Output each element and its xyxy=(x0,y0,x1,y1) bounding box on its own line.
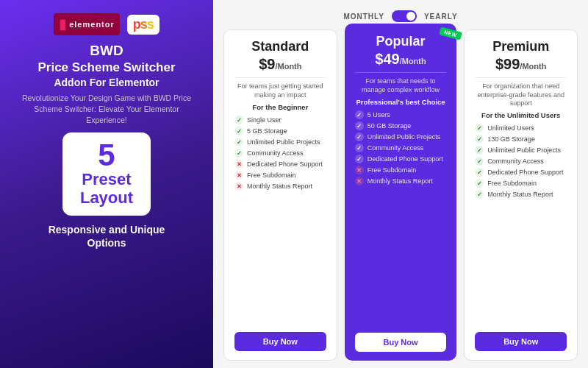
standard-buy-button[interactable]: Buy Now xyxy=(234,332,326,351)
popular-price: $49/Month xyxy=(355,51,447,68)
list-item: ✓130 GB Storage xyxy=(475,135,567,144)
elementor-text: elementor xyxy=(69,20,115,29)
premium-plan-name: Premium xyxy=(475,39,567,54)
list-item: ✕Monthly Status Report xyxy=(355,177,447,185)
feature-text: Free Subdomain xyxy=(247,171,296,179)
popular-desc: For teams that needs to manage complex w… xyxy=(355,77,447,95)
premium-period: /Month xyxy=(520,62,546,71)
premium-buy-button[interactable]: Buy Now xyxy=(475,332,567,351)
check-icon: ✓ xyxy=(234,116,243,124)
list-item: ✕Free Subdomain xyxy=(355,166,447,174)
preset-box: 5 PresetLayout xyxy=(62,132,151,215)
list-item: ✓Free Subdomain xyxy=(475,179,567,188)
left-panel: ▮ elementor pss BWD Price Scheme Switche… xyxy=(0,0,213,368)
premium-amount: $99 xyxy=(495,56,520,72)
logos-row: ▮ elementor pss xyxy=(54,13,159,35)
feature-text: Unlimited Public Projects xyxy=(368,133,441,141)
feature-text: 5 GB Storage xyxy=(247,127,287,135)
yearly-label: YEARLY xyxy=(424,13,458,21)
feature-text: Free Subdomain xyxy=(368,166,417,174)
check-icon: ✓ xyxy=(475,190,484,199)
check-icon: ✓ xyxy=(475,124,484,132)
list-item: ✓Single User xyxy=(234,116,326,124)
feature-text: Monthly Status Report xyxy=(487,191,553,198)
feature-text: Monthly Status Report xyxy=(368,177,433,185)
check-icon: ✓ xyxy=(234,149,243,158)
premium-desc: For organization that need enterprise-gr… xyxy=(475,82,567,108)
feature-text: 130 GB Storage xyxy=(487,135,535,143)
billing-toggle[interactable] xyxy=(392,10,417,22)
list-item: ✓Community Access xyxy=(355,144,447,152)
check-icon: ✓ xyxy=(355,144,364,152)
premium-price: $99/Month xyxy=(475,56,567,73)
feature-text: Dedicated Phone Support xyxy=(247,160,323,168)
cross-icon: ✕ xyxy=(355,166,364,174)
plan-card-standard: Standard $9/Month For teams just getting… xyxy=(223,29,337,361)
feature-text: Unlimited Users xyxy=(487,124,534,132)
standard-features: ✓Single User ✓5 GB Storage ✓Unlimited Pu… xyxy=(234,116,326,325)
check-icon: ✓ xyxy=(355,121,364,130)
bwd-title: BWD xyxy=(90,43,123,59)
premium-divider xyxy=(475,77,567,78)
popular-plan-name: Popular xyxy=(355,34,447,49)
list-item: ✓Unlimited Users xyxy=(475,124,567,132)
feature-text: Dedicated Phone Support xyxy=(368,155,443,163)
list-item: ✓5 Users xyxy=(355,110,447,119)
elementor-e: ▮ xyxy=(59,16,66,32)
list-item: ✓Community Access xyxy=(475,157,567,166)
preset-number: 5 xyxy=(80,140,133,171)
pss-s1: s xyxy=(140,17,147,32)
list-item: ✕Dedicated Phone Support xyxy=(234,160,326,169)
plan-card-premium: Premium $99/Month For organization that … xyxy=(464,29,578,361)
pss-logo: pss xyxy=(127,15,159,35)
feature-text: Dedicated Phone Support xyxy=(487,169,563,176)
check-icon: ✓ xyxy=(355,110,364,119)
cross-icon: ✕ xyxy=(355,177,364,185)
list-item: ✓50 GB Storage xyxy=(355,121,447,130)
feature-text: 50 GB Storage xyxy=(368,122,412,130)
preset-label: PresetLayout xyxy=(80,171,133,206)
toggle-row: MONTHLY YEARLY xyxy=(223,10,578,22)
standard-period: /Month xyxy=(275,62,301,71)
popular-buy-button[interactable]: Buy Now xyxy=(355,333,447,352)
standard-divider xyxy=(234,77,326,78)
feature-text: Single User xyxy=(247,116,282,124)
pss-s2: s xyxy=(147,17,154,32)
feature-text: Community Access xyxy=(487,158,544,165)
list-item: ✕Free Subdomain xyxy=(234,171,326,180)
standard-amount: $9 xyxy=(259,56,275,72)
feature-text: Free Subdomain xyxy=(487,180,537,187)
check-icon: ✓ xyxy=(355,155,364,163)
addon-title: Addon For Elementor xyxy=(54,77,159,88)
check-icon: ✓ xyxy=(355,132,364,141)
elementor-logo: ▮ elementor xyxy=(54,13,120,35)
check-icon: ✓ xyxy=(475,179,484,188)
standard-price: $9/Month xyxy=(234,56,326,73)
popular-divider xyxy=(355,72,447,73)
feature-text: Unlimited Public Projects xyxy=(487,146,561,154)
pss-p: p xyxy=(133,17,140,32)
list-item: ✓Community Access xyxy=(234,149,326,158)
list-item: ✓Unlimited Public Projects xyxy=(234,138,326,146)
popular-amount: $49 xyxy=(375,51,399,67)
list-item: ✓Unlimited Public Projects xyxy=(355,132,447,141)
list-item: ✓5 GB Storage xyxy=(234,127,326,135)
check-icon: ✓ xyxy=(475,146,484,155)
popular-period: /Month xyxy=(400,57,426,66)
list-item: ✓Dedicated Phone Support xyxy=(475,168,567,177)
premium-subtitle: For the Unlimited Users xyxy=(475,111,567,119)
feature-text: 5 Users xyxy=(368,111,390,118)
standard-desc: For teams just getting started making an… xyxy=(234,82,326,100)
check-icon: ✓ xyxy=(475,157,484,166)
standard-subtitle: For the Beginner xyxy=(234,103,326,111)
plans-row: Standard $9/Month For teams just getting… xyxy=(223,29,578,361)
plugin-title: Price Scheme Switcher xyxy=(37,60,175,75)
popular-features: ✓5 Users ✓50 GB Storage ✓Unlimited Publi… xyxy=(355,110,447,325)
check-icon: ✓ xyxy=(475,168,484,177)
feature-text: Monthly Status Report xyxy=(247,183,312,190)
feature-text: Community Access xyxy=(368,144,424,152)
premium-features: ✓Unlimited Users ✓130 GB Storage ✓Unlimi… xyxy=(475,124,567,325)
check-icon: ✓ xyxy=(234,138,243,146)
cross-icon: ✕ xyxy=(234,171,243,180)
cross-icon: ✕ xyxy=(234,182,243,191)
